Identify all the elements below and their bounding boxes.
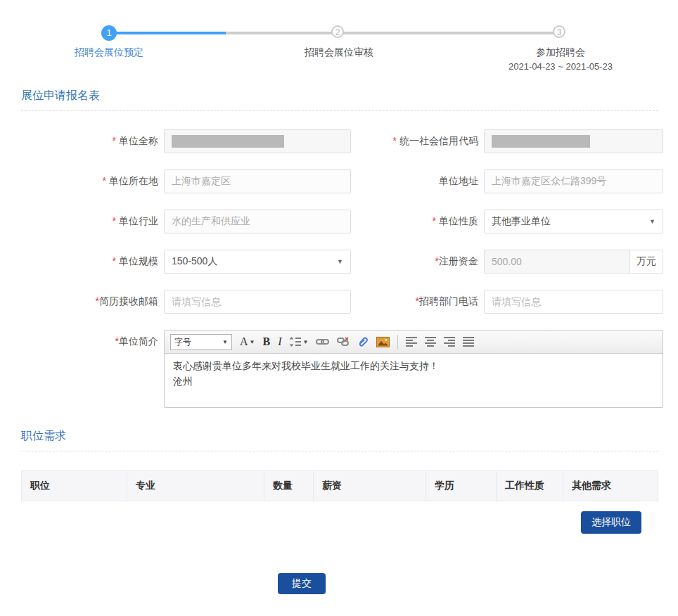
company-nature-select[interactable]: 其他事业单位 ▼ [484,210,663,233]
company-intro-content[interactable]: 衷心感谢贵单位多年来对我校毕业生就业工作的关注与支持！ 沧州 [165,354,663,407]
required-mark: * [103,175,106,186]
required-mark: * [393,135,397,146]
recruit-phone-input[interactable] [484,290,663,314]
redacted-value [172,135,284,148]
align-right-icon [444,337,455,347]
registered-capital-field: 500.00 [484,250,629,274]
align-right-button[interactable] [444,337,455,347]
step-2-indicator: 2 [331,25,344,38]
company-intro-editor: 字号 ▼ A ▼ B I [164,330,663,408]
resume-email-input[interactable] [164,290,351,314]
stepper-progress-line-2 [343,32,556,34]
credit-code-label: *统一社会信用代码 [357,135,478,148]
image-button[interactable] [376,337,390,347]
align-left-icon [406,337,417,347]
company-nature-value: 其他事业单位 [492,215,551,228]
registered-capital-label: *注册资金 [357,255,478,268]
line-height-icon [289,337,301,347]
stepper: 1 2 3 招聘会展位预定 招聘会展位审核 参加招聘会 2021-04-23 ~… [0,0,678,79]
step-3-label: 参加招聘会 2021-04-23 ~ 2021-05-23 [509,46,613,72]
form-section-title: 展位申请报名表 [21,89,658,103]
step-1-label: 招聘会展位预定 [75,46,143,59]
required-mark: * [113,255,116,267]
select-position-button[interactable]: 选择职位 [581,511,641,534]
chevron-down-icon: ▼ [250,339,255,345]
step-3-date-range: 2021-04-23 ~ 2021-05-23 [509,61,613,72]
italic-button[interactable]: I [278,335,281,348]
booth-form-section: 展位申请报名表 [0,89,678,111]
step-3-title: 参加招聘会 [509,46,613,59]
company-address-label: 单位地址 [357,175,478,188]
company-name-label: *单位全称 [0,135,158,148]
company-intro-label: *单位简介 [0,330,158,348]
table-actions: 选择职位 [0,511,641,534]
registered-capital-group: 500.00 万元 [484,250,663,274]
positions-section: 职位需求 [0,429,678,451]
positions-table: 职位 专业 数量 薪资 学历 工作性质 其他需求 [21,470,658,501]
col-position: 职位 [22,471,127,501]
font-color-button[interactable]: A ▼ [240,335,255,348]
line-height-button[interactable]: ▼ [289,337,308,347]
company-industry-label: *单位行业 [0,215,158,228]
align-center-button[interactable] [425,337,436,347]
company-location-label: *单位所在地 [0,175,158,188]
booth-form: *单位全称 *统一社会信用代码 *单位所在地 单位地址 *单位行业 *单位性质 … [0,129,678,408]
capital-unit-addon: 万元 [629,250,663,274]
credit-code-field [484,129,663,153]
submit-area: 提交 [278,573,678,594]
company-nature-label: *单位性质 [357,215,478,228]
col-work-type: 工作性质 [497,471,563,501]
positions-table-header-row: 职位 专业 数量 薪资 学历 工作性质 其他需求 [22,471,658,501]
align-justify-icon [463,337,474,347]
link-icon [316,337,329,347]
positions-section-title: 职位需求 [21,429,658,444]
company-scale-select[interactable]: 150-500人 ▼ [164,250,351,274]
resume-email-label: *简历接收邮箱 [0,295,158,308]
col-salary: 薪资 [314,471,426,501]
attachment-button[interactable] [357,336,369,347]
section-divider [21,451,658,451]
booth-application-page: 1 2 3 招聘会展位预定 招聘会展位审核 参加招聘会 2021-04-23 ~… [0,0,678,594]
col-quantity: 数量 [264,471,314,501]
chevron-down-icon: ▼ [302,339,308,345]
company-scale-value: 150-500人 [172,255,217,268]
intro-text-line: 沧州 [173,374,654,390]
col-education: 学历 [426,471,497,501]
submit-button[interactable]: 提交 [278,573,326,594]
company-address-input [484,169,663,193]
stepper-progress-line-1 [113,32,335,34]
image-icon [376,337,390,347]
paperclip-icon [357,336,369,347]
editor-toolbar: 字号 ▼ A ▼ B I [165,331,663,354]
required-mark: * [113,135,116,146]
chevron-down-icon: ▼ [649,218,655,225]
link-button[interactable] [316,337,329,347]
step-1-indicator: 1 [101,25,117,41]
step-2-label: 招聘会展位审核 [305,46,373,59]
align-justify-button[interactable] [463,337,474,347]
chevron-down-icon: ▼ [222,339,228,345]
required-mark: * [113,215,116,226]
company-scale-label: *单位规模 [0,255,158,268]
unlink-button[interactable] [337,337,350,347]
company-location-input [164,169,351,193]
bold-button[interactable]: B [262,335,270,348]
align-left-button[interactable] [406,337,417,347]
intro-text-line: 衷心感谢贵单位多年来对我校毕业生就业工作的关注与支持！ [173,359,654,374]
company-name-field [164,129,351,153]
company-industry-input [164,210,351,233]
font-size-select[interactable]: 字号 ▼ [170,334,232,350]
redacted-value [492,135,590,148]
col-major: 专业 [127,471,264,501]
chevron-down-icon: ▼ [337,258,343,265]
recruit-phone-label: *招聘部门电话 [357,295,478,308]
toolbar-divider [397,335,398,349]
step-3-indicator: 3 [553,25,565,38]
col-other-requirements: 其他需求 [563,471,658,501]
unlink-icon [337,337,350,347]
section-divider [21,110,658,111]
required-mark: * [433,215,436,226]
align-center-icon [425,337,436,347]
